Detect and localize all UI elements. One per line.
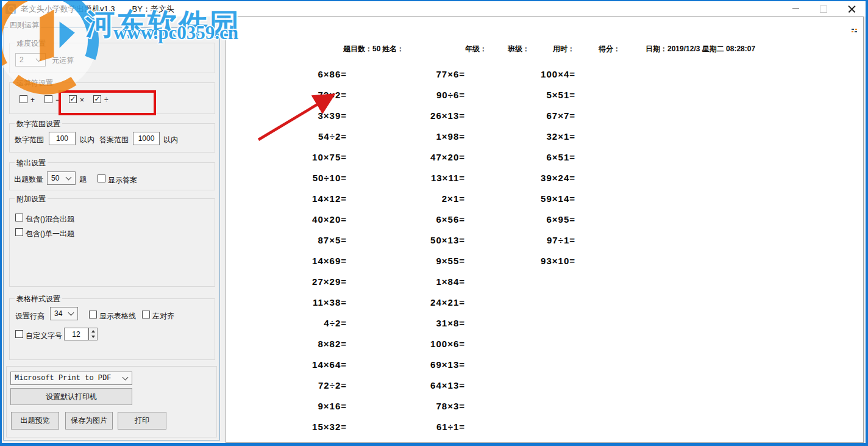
equation-column-3: 100×4=5×51=67×7=32×1=6×51=39×24=59×14=6×…: [473, 63, 575, 271]
equation-cell: 78×3=: [354, 395, 465, 416]
equation-cell: 32×1=: [473, 126, 575, 146]
show-grid-label[interactable]: 显示表格线: [99, 311, 136, 322]
operator-plus-label[interactable]: +: [30, 96, 35, 104]
mixed-parentheses-label[interactable]: 包含()混合出题: [26, 214, 74, 225]
equation-cell: 31×8=: [354, 312, 465, 333]
equation-cell: 11×38=: [226, 292, 347, 312]
question-count-label: 出题数量: [14, 174, 43, 185]
answer-range-label: 答案范围: [99, 135, 129, 145]
stepper-up-icon[interactable]: [89, 328, 97, 334]
save-as-image-button[interactable]: 保存为图片: [65, 412, 113, 430]
show-answer-checkbox[interactable]: [98, 174, 105, 182]
show-answer-label[interactable]: 显示答案: [108, 175, 137, 185]
equation-cell: 8×82=: [226, 333, 347, 354]
custom-font-label[interactable]: 自定义字号: [26, 331, 62, 341]
left-align-checkbox[interactable]: [142, 311, 150, 318]
difficulty-value: 2: [20, 56, 24, 64]
show-grid-checkbox[interactable]: [89, 311, 97, 318]
equation-cell: 24×21=: [354, 292, 465, 312]
equation-cell: 93×10=: [473, 250, 575, 271]
stepper-down-icon[interactable]: [89, 334, 97, 340]
left-align-label[interactable]: 左对齐: [152, 311, 174, 322]
extra-group-label: 附加设置: [15, 194, 48, 204]
maximize-icon: [820, 5, 827, 13]
equation-cell: 4÷2=: [226, 312, 347, 333]
equation-cell: 13×11=: [354, 167, 465, 188]
sidebar-group-label: 四则运算: [8, 20, 41, 31]
operator-minus-checkbox[interactable]: [44, 95, 52, 103]
equation-cell: 64×13=: [354, 375, 465, 395]
close-icon: [848, 5, 856, 13]
row-height-select[interactable]: 34: [50, 307, 78, 320]
row-height-label: 设置行高: [15, 311, 44, 322]
equation-cell: 77×6=: [354, 63, 465, 84]
number-range-group-label: 数字范围设置: [15, 119, 62, 129]
operators-group-label: 运算符设置: [15, 78, 55, 88]
question-count-select[interactable]: 50: [47, 171, 76, 185]
printer-select[interactable]: Microsoft Print to PDF: [10, 372, 132, 385]
number-range-input[interactable]: 100: [49, 132, 76, 145]
equation-cell: 97÷1=: [473, 229, 575, 250]
equation-cell: 100×6=: [354, 333, 465, 354]
difficulty-suffix-label: 元运算: [52, 56, 74, 66]
equation-cell: 26×13=: [354, 105, 465, 126]
equation-cell: 87×5=: [226, 229, 347, 250]
extra-group: [9, 198, 215, 287]
number-range-label: 数字范围: [15, 135, 44, 145]
single-parentheses-checkbox[interactable]: [15, 228, 23, 236]
row-height-value: 34: [54, 309, 62, 318]
question-count-value: 50: [51, 174, 59, 182]
equation-cell: 67×7=: [473, 105, 575, 126]
answer-range-within-label: 以内: [163, 135, 178, 145]
set-default-printer-button[interactable]: 设置默认打印机: [10, 388, 132, 405]
printer-name: Microsoft Print to PDF: [15, 374, 111, 383]
equation-cell: 27×29=: [226, 271, 347, 292]
equation-cell: 59×14=: [473, 188, 575, 209]
chevron-down-icon: [36, 56, 42, 62]
equation-cell: 90÷6=: [354, 84, 465, 105]
window-title-byline: BY：老文头: [132, 4, 174, 15]
difficulty-group-label: 难度设置: [15, 38, 48, 49]
equation-cell: 6×56=: [354, 209, 465, 229]
header-date: 日期：2019/12/3 星期二 08:28:07: [646, 44, 755, 54]
answer-range-value: 1000: [138, 134, 155, 143]
red-highlight-rectangle: [59, 90, 156, 115]
single-parentheses-label[interactable]: 包含()单一出题: [26, 229, 74, 239]
number-range-value: 100: [56, 134, 68, 143]
equation-cell: 69×13=: [354, 354, 465, 375]
equation-cell: 9×16=: [226, 395, 347, 416]
equation-cell: 50÷10=: [226, 167, 347, 188]
header-grade: 年级：: [465, 44, 487, 54]
answer-range-input[interactable]: 1000: [133, 132, 160, 145]
number-range-within-label: 以内: [80, 135, 94, 145]
mixed-parentheses-checkbox[interactable]: [15, 214, 23, 221]
font-size-stepper: [88, 328, 98, 340]
equation-cell: 2×1=: [354, 188, 465, 209]
equation-column-2: 77×6=90÷6=26×13=1×98=47×20=13×11=2×1=6×5…: [354, 63, 465, 446]
custom-font-checkbox[interactable]: [15, 330, 23, 338]
font-size-value: 12: [72, 330, 80, 339]
difficulty-select[interactable]: 2: [15, 53, 46, 67]
operator-plus-checkbox[interactable]: [20, 95, 27, 103]
equation-cell: 100×4=: [473, 63, 575, 84]
chevron-down-icon: [68, 310, 74, 316]
equation-cell: 39÷3=: [354, 437, 465, 446]
header-time-used: 用时：: [553, 44, 575, 54]
font-size-input[interactable]: 12: [64, 328, 88, 340]
print-button[interactable]: 打印: [118, 412, 166, 430]
maximize-button: [809, 1, 838, 16]
table-style-group: [9, 298, 215, 360]
close-button[interactable]: [838, 1, 866, 16]
question-count-unit-label: 题: [79, 174, 87, 185]
minimize-button[interactable]: [781, 1, 809, 16]
equation-cell: 1×84=: [354, 271, 465, 292]
equation-cell: 39×24=: [473, 167, 575, 188]
equation-cell: 15×32=: [226, 416, 347, 437]
preview-button[interactable]: 出题预览: [11, 412, 59, 430]
chevron-down-icon: [123, 375, 129, 381]
output-group-label: 输出设置: [15, 158, 48, 168]
table-style-group-label: 表格样式设置: [15, 294, 62, 304]
equation-cell: 47×20=: [354, 146, 465, 167]
equation-cell: 5×51=: [473, 84, 575, 105]
equation-cell: 6×95=: [473, 209, 575, 229]
